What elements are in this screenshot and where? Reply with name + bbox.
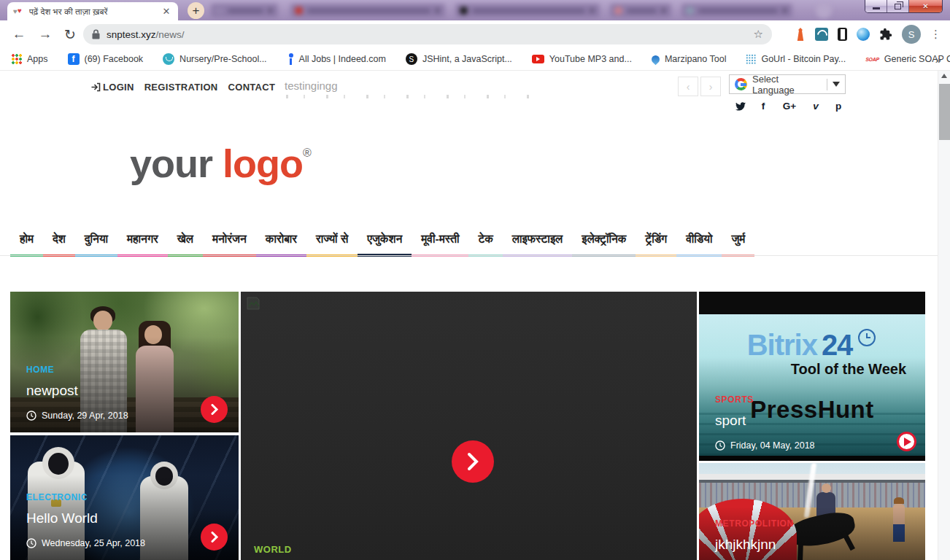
nav-item-education[interactable]: एजुकेशन: [358, 225, 412, 257]
scrollbar-up-arrow[interactable]: [941, 74, 947, 78]
registration-link[interactable]: REGISTRATION: [144, 82, 218, 93]
google-translate-select[interactable]: Select Language: [729, 74, 846, 94]
tab-close-icon[interactable]: ✕: [161, 6, 172, 18]
login-icon: [91, 82, 101, 92]
active-tab[interactable]: ♥♥ पढ़ें देश भर की ताज़ा ख़बरें ✕: [7, 2, 178, 20]
background-tab[interactable]: [816, 2, 832, 18]
card-title[interactable]: newpost: [26, 383, 188, 399]
bookmark-apps[interactable]: Apps: [12, 54, 48, 64]
background-tab[interactable]: [681, 4, 792, 18]
card-arrow-button[interactable]: [201, 524, 228, 551]
card-title[interactable]: Hello World: [26, 510, 188, 526]
card-category[interactable]: METROPOLITION: [715, 518, 874, 529]
video-play-button[interactable]: [897, 432, 916, 451]
background-tab[interactable]: [455, 4, 600, 18]
nav-item-lifestyle[interactable]: लाइफस्टाइल: [503, 225, 572, 257]
bookmark-marzipano[interactable]: Marzipano Tool: [652, 54, 727, 64]
site-topbar: LOGIN REGISTRATION CONTACT testingingg ‹…: [0, 71, 938, 122]
nav-item-manoranjan[interactable]: मनोरंजन: [203, 225, 256, 257]
nav-item-khel[interactable]: खेल: [168, 225, 203, 257]
lighthouse-extension-icon[interactable]: [795, 28, 806, 41]
login-link[interactable]: LOGIN: [91, 82, 134, 93]
google-logo-icon: [735, 78, 747, 90]
page-scrollbar[interactable]: [938, 71, 950, 560]
bookmark-star-icon[interactable]: ☆: [754, 28, 763, 41]
nav-item-trending[interactable]: ट्रेंडिंग: [636, 225, 676, 257]
main-navigation: होम देश दुनिया महानगर खेल मनोरंजन कारोबा…: [10, 225, 928, 257]
background-tab[interactable]: [610, 4, 671, 18]
clipped-ticker-line: [286, 95, 538, 98]
nav-item-karobar[interactable]: कारोबार: [256, 225, 306, 257]
profile-avatar[interactable]: S: [902, 25, 921, 44]
apps-grid-icon: [12, 54, 22, 64]
card-category[interactable]: WORLD: [254, 544, 292, 555]
card-category[interactable]: ELECTRONIC: [26, 492, 188, 502]
card-category[interactable]: SPORTS: [715, 394, 874, 405]
url-host: snptest.xyz: [107, 29, 156, 40]
page-viewport: LOGIN REGISTRATION CONTACT testingingg ‹…: [0, 71, 950, 560]
jshint-icon: S: [406, 53, 417, 65]
bookmark-gourl[interactable]: GoUrl - Bitcoin Pay...: [746, 54, 846, 64]
nursery-icon: [163, 53, 174, 65]
clock-icon: [715, 440, 725, 451]
nav-item-electronic[interactable]: इलेक्ट्रॉनिक: [572, 225, 636, 257]
card-title[interactable]: jkhjkhkjnn: [715, 537, 874, 553]
bookmark-jshint[interactable]: SJSHint, a JavaScript...: [406, 53, 512, 65]
forward-button[interactable]: →: [36, 26, 54, 43]
news-grid: HOME newpost Sunday, 29 Apr, 2018: [0, 292, 938, 560]
soap-icon: SOAP: [865, 57, 879, 62]
minimize-button[interactable]: [865, 0, 887, 12]
vimeo-social-icon[interactable]: v: [811, 101, 821, 112]
new-tab-button[interactable]: +: [188, 2, 204, 19]
nav-item-tech[interactable]: टेक: [468, 225, 502, 257]
chrome-menu-icon[interactable]: ⋮: [930, 28, 941, 41]
ticker-next-button[interactable]: ›: [700, 77, 721, 96]
background-tab[interactable]: [290, 4, 445, 18]
news-card-metropolition[interactable]: METROPOLITION jkhjkhkjnn: [699, 463, 925, 560]
scrollbar-thumb[interactable]: [939, 84, 950, 140]
background-tab[interactable]: [211, 4, 278, 18]
nav-item-home[interactable]: होम: [10, 225, 43, 257]
reload-button[interactable]: ↻: [61, 26, 79, 43]
news-card-home[interactable]: HOME newpost Sunday, 29 Apr, 2018: [10, 292, 239, 432]
twitter-icon[interactable]: [735, 102, 746, 111]
bookmark-facebook[interactable]: f(69) Facebook: [68, 53, 144, 65]
card-title[interactable]: sport: [715, 413, 874, 429]
nav-item-mahanagar[interactable]: महानगर: [117, 225, 168, 257]
nav-item-jurm[interactable]: जुर्म: [722, 225, 754, 257]
social-links: f G+ v p: [735, 101, 843, 112]
nav-item-desh[interactable]: देश: [43, 225, 75, 257]
restore-button[interactable]: [887, 0, 909, 12]
news-ticker: testingingg: [285, 79, 338, 92]
bookmark-youtube[interactable]: YouTube MP3 and...: [532, 54, 632, 64]
nav-item-video[interactable]: वीडियो: [676, 225, 722, 257]
tab-strip: ♥♥ पढ़ें देश भर की ताज़ा ख़बरें ✕ + ✕: [0, 0, 950, 20]
nav-item-movie-masti[interactable]: मूवी-मस्ती: [412, 225, 468, 257]
swirl-extension-icon[interactable]: [857, 28, 870, 41]
facebook-social-icon[interactable]: f: [758, 101, 768, 112]
bookmarks-overflow-chevron[interactable]: »: [935, 53, 941, 66]
card-arrow-button[interactable]: [201, 396, 228, 423]
news-card-electronic[interactable]: ELECTRONIC Hello World Wednesday, 25 Apr…: [10, 435, 239, 560]
nav-item-duniya[interactable]: दुनिया: [75, 225, 117, 257]
googleplus-social-icon[interactable]: G+: [781, 101, 798, 112]
nav-item-rajyon-se[interactable]: राज्यों से: [306, 225, 358, 257]
puzzle-extensions-icon[interactable]: [879, 28, 892, 41]
site-logo[interactable]: your logo®: [130, 144, 311, 183]
ticker-prev-button[interactable]: ‹: [678, 77, 698, 96]
card-date: Friday, 04 May, 2018: [715, 440, 874, 451]
youtube-icon: [532, 55, 544, 63]
card-category[interactable]: HOME: [26, 365, 188, 375]
slide-next-button[interactable]: [452, 440, 494, 483]
news-card-sports[interactable]: Bitrix24 Tool of the Week PressHunt SPOR…: [699, 292, 925, 461]
phone-extension-icon[interactable]: [838, 28, 847, 41]
bookmark-indeed[interactable]: All Jobs | Indeed.com: [287, 53, 386, 65]
address-bar[interactable]: snptest.xyz/news/ ☆: [83, 24, 772, 44]
wave-extension-icon[interactable]: [815, 28, 828, 41]
news-card-world[interactable]: WORLD: [241, 292, 697, 560]
contact-link[interactable]: CONTACT: [228, 82, 276, 93]
pinterest-social-icon[interactable]: p: [833, 101, 843, 112]
back-button[interactable]: ←: [10, 26, 28, 43]
bookmark-nursery[interactable]: Nursery/Pre-School...: [163, 53, 266, 65]
close-button[interactable]: ✕: [909, 0, 942, 12]
